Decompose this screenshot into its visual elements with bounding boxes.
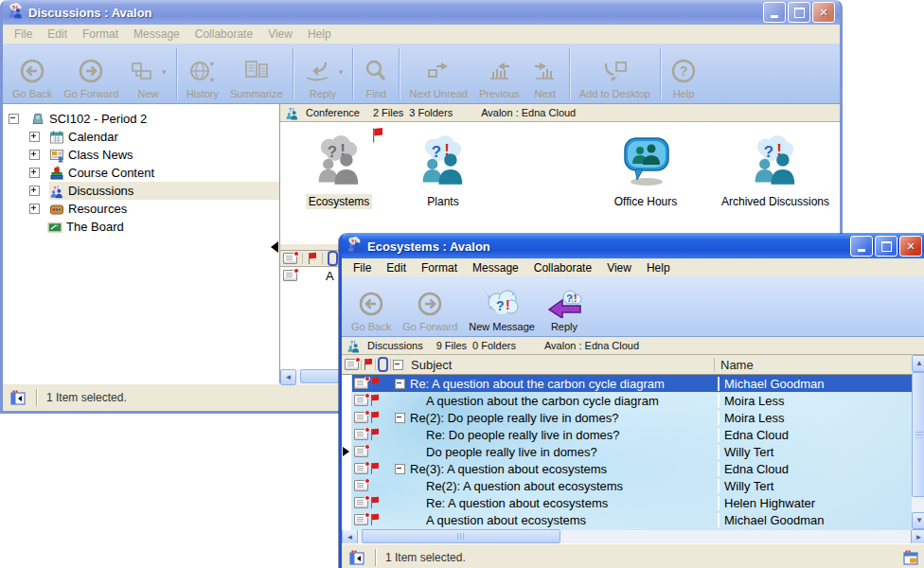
tree-item-the-board[interactable]: The Board xyxy=(3,218,279,236)
menu-view[interactable]: View xyxy=(260,27,300,41)
subject-column-header[interactable]: Subject xyxy=(411,358,714,372)
expand-box-icon[interactable] xyxy=(29,204,40,214)
scroll-down-arrow[interactable]: ▼ xyxy=(912,512,924,529)
scroll-up-arrow[interactable]: ▲ xyxy=(912,355,924,372)
maximize-button[interactable] xyxy=(875,236,897,257)
tree-item-body: Resources xyxy=(49,200,279,218)
message-row[interactable]: A question about ecosystemsMichael Goodm… xyxy=(352,511,912,528)
title-bar[interactable]: ? ! Discussions : Avalon ✕ xyxy=(3,0,840,25)
toolbar-icon-row: ?! xyxy=(485,289,519,321)
envelope-icon xyxy=(354,480,368,491)
scroll-left-arrow[interactable]: ◄ xyxy=(280,369,296,385)
tree-item-discussions[interactable]: ? ! Discussions xyxy=(3,182,279,200)
tree-item-course-content[interactable]: Course Content xyxy=(3,164,279,182)
close-button[interactable]: ✕ xyxy=(812,2,835,23)
tree-item-calendar[interactable]: Calendar xyxy=(3,128,279,146)
attachment-icon xyxy=(328,251,338,266)
toolbar-icon-row xyxy=(416,289,444,321)
conference-ecosystems[interactable]: ? ! Ecosystems xyxy=(293,135,384,209)
toolbar-add-to-desktop[interactable]: Add to Desktop xyxy=(574,45,656,102)
toolbar-new-message[interactable]: ?!New Message xyxy=(463,278,541,335)
collapse-box-icon[interactable] xyxy=(9,114,19,124)
minimize-button[interactable] xyxy=(850,236,873,257)
message-row[interactable]: Re(2): A question about ecosystemsWilly … xyxy=(352,477,912,494)
discussions-header: ? ! Discussions 9 Files 0 Folders Avalon… xyxy=(342,337,924,355)
view-toggle-icon[interactable] xyxy=(903,550,919,566)
close-button[interactable]: ✕ xyxy=(899,236,922,257)
tree-item-body: The Board xyxy=(47,218,279,236)
panel-toggle-icon[interactable] xyxy=(349,550,365,566)
scrollbar-track[interactable] xyxy=(912,372,924,512)
collapse-thread-icon[interactable] xyxy=(395,379,405,389)
expand-box-icon[interactable] xyxy=(29,150,40,160)
toolbar-next[interactable]: Next xyxy=(525,45,565,102)
expand-box-icon[interactable] xyxy=(29,186,40,196)
name-column-header[interactable]: Name xyxy=(714,358,912,372)
dropdown-arrow-icon[interactable]: ▾ xyxy=(162,67,167,77)
menu-collaborate[interactable]: Collaborate xyxy=(526,261,599,275)
title-bar[interactable]: ? ! Ecosystems : Avalon ✕ xyxy=(342,234,924,258)
conference-archived-discussions[interactable]: ? ! Archived Discussions xyxy=(708,135,843,209)
tree-root[interactable]: SCI102 - Period 2 xyxy=(3,110,279,128)
toolbar-previous[interactable]: Previous xyxy=(473,45,525,102)
menu-help[interactable]: Help xyxy=(300,27,339,41)
message-row[interactable]: A question about the carbon cycle diagra… xyxy=(352,392,912,409)
menu-file[interactable]: File xyxy=(346,261,379,275)
expand-box-icon[interactable] xyxy=(29,168,40,178)
message-row[interactable]: Do people really live in domes?Willy Ter… xyxy=(352,443,912,460)
toolbar-label: Help xyxy=(673,88,695,99)
menu-message[interactable]: Message xyxy=(126,27,187,41)
menu-format[interactable]: Format xyxy=(414,261,465,275)
toolbar-icon-row: ▾ xyxy=(303,56,344,88)
toolbar-history[interactable]: History xyxy=(181,45,224,102)
panel-toggle-icon[interactable] xyxy=(10,390,27,406)
message-row[interactable]: Re(2): Do people really live in domes?Mo… xyxy=(352,409,912,426)
toolbar-go-forward[interactable]: Go Forward xyxy=(397,278,463,335)
collapse-thread-icon[interactable] xyxy=(395,464,405,474)
menu-collaborate[interactable]: Collaborate xyxy=(187,27,260,41)
menu-format[interactable]: Format xyxy=(75,27,126,41)
message-row[interactable]: Re: A question about ecosystemsHelen Hig… xyxy=(352,494,912,511)
minimize-button[interactable] xyxy=(763,2,786,23)
menu-message[interactable]: Message xyxy=(465,261,526,275)
app-people-icon: ? ! xyxy=(346,237,363,256)
toolbar-summarize[interactable]: Summarize xyxy=(224,45,289,102)
message-row[interactable]: Re: A question about the carbon cycle di… xyxy=(352,375,912,392)
maximize-button[interactable] xyxy=(788,2,810,23)
menu-file[interactable]: File xyxy=(7,27,40,41)
menu-edit[interactable]: Edit xyxy=(40,27,75,41)
envelope-icon xyxy=(283,253,297,264)
scrollbar-track[interactable] xyxy=(358,529,911,543)
toolbar-next-unread[interactable]: Next Unread xyxy=(403,45,473,102)
toolbar-help[interactable]: ?Help xyxy=(665,45,702,102)
svg-text:?: ? xyxy=(350,341,353,346)
toolbar-reply[interactable]: ▾Reply xyxy=(297,45,349,102)
message-row[interactable]: Re(3): A question about ecosystemsEdna C… xyxy=(352,460,912,477)
message-row[interactable]: Re: Do people really live in domes?Edna … xyxy=(352,426,912,443)
subject-cell: Re: A question about ecosystems xyxy=(352,496,718,510)
expand-box-icon[interactable] xyxy=(29,132,40,142)
envelope-icon xyxy=(354,429,368,440)
collapse-thread-icon[interactable] xyxy=(395,413,405,423)
toolbar-new[interactable]: ▾New xyxy=(124,45,172,102)
tree-item-resources[interactable]: Resources xyxy=(3,200,279,218)
menu-help[interactable]: Help xyxy=(639,261,678,275)
conference-plants[interactable]: ? ! Plants xyxy=(398,135,489,209)
toolbar-go-back[interactable]: Go Back xyxy=(346,278,397,335)
envelope-icon xyxy=(354,446,368,457)
toolbar-find[interactable]: Find xyxy=(357,45,395,102)
tree-item-class-news[interactable]: Class News xyxy=(3,146,279,164)
toolbar-go-back[interactable]: Go Back xyxy=(7,45,58,102)
dropdown-arrow-icon[interactable]: ▾ xyxy=(339,67,344,77)
menu-view[interactable]: View xyxy=(599,261,639,275)
toolbar-reply[interactable]: ?!Reply xyxy=(541,278,588,335)
the-board-icon xyxy=(47,220,62,235)
scrollbar-thumb[interactable] xyxy=(362,529,560,543)
menu-edit[interactable]: Edit xyxy=(379,261,414,275)
conference-office-hours[interactable]: Office Hours xyxy=(593,135,699,209)
toolbar-go-forward[interactable]: Go Forward xyxy=(58,45,124,102)
window-controls: ✕ xyxy=(763,2,835,23)
collapse-all-icon[interactable] xyxy=(393,360,403,370)
scrollbar-thumb[interactable] xyxy=(912,372,924,497)
toolbar-label: Go Back xyxy=(351,321,391,332)
